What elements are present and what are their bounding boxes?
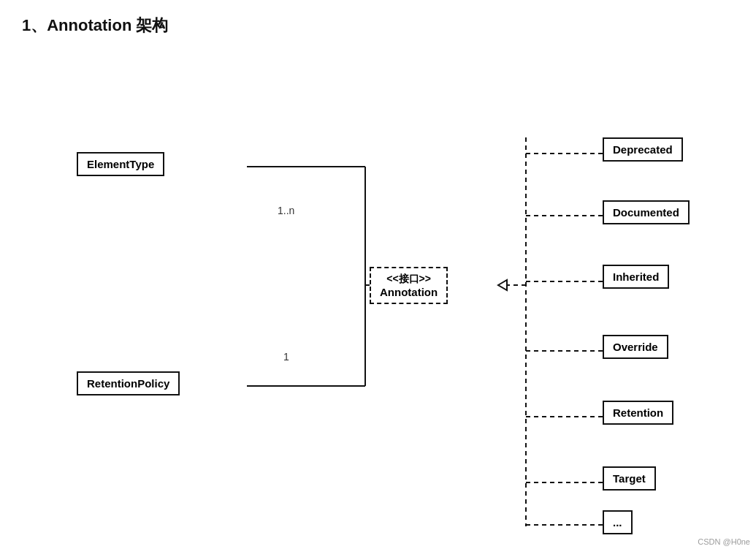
page-title: 1、Annotation 架构 [22, 15, 734, 37]
inherited-box: Inherited [603, 265, 669, 289]
page-container: 1、Annotation 架构 [0, 0, 756, 549]
deprecated-box: Deprecated [603, 137, 683, 162]
etc-box: ... [603, 510, 633, 534]
retentionpolicy-box: RetentionPolicy [77, 371, 180, 395]
label-one: 1 [283, 351, 289, 363]
retention-box: Retention [603, 401, 673, 425]
override-box: Override [603, 335, 668, 359]
annotation-box: <<接口>> Annotation [370, 267, 448, 304]
annotation-line1: <<接口>> [380, 273, 438, 286]
watermark: CSDN @H0ne [698, 537, 750, 546]
target-box: Target [603, 466, 656, 491]
svg-marker-13 [498, 280, 507, 290]
annotation-line2: Annotation [380, 286, 438, 298]
diagram-area: ElementType RetentionPolicy <<接口>> Annot… [22, 58, 723, 526]
elementtype-box: ElementType [77, 152, 164, 176]
documented-box: Documented [603, 200, 690, 224]
label-one-to-n: 1..n [278, 205, 294, 216]
